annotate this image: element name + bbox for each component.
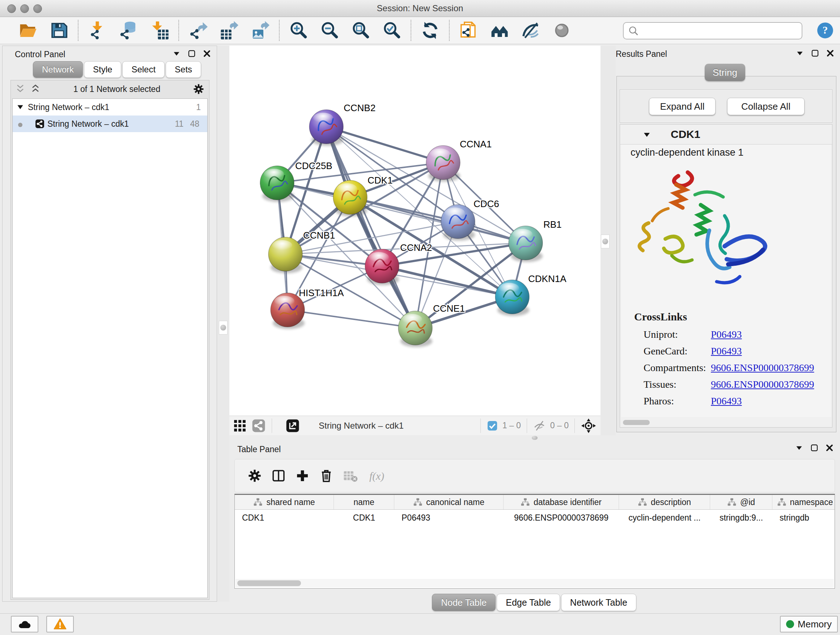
delete-column-trash-icon[interactable] [319,468,334,483]
network-node-CCNE1[interactable]: CCNE1 [398,303,465,347]
node-details-header[interactable]: CDK1 [620,125,832,144]
fit-selected-crosshair-icon[interactable] [581,418,596,433]
network-collection-row[interactable]: String Network – cdk1 1 [13,99,207,116]
left-splitter[interactable] [217,46,229,602]
table-hscroll-thumb[interactable] [237,580,301,586]
import-database-icon[interactable] [118,21,138,40]
table-cell[interactable]: CDK1 [235,513,334,523]
network-edge[interactable] [326,127,443,163]
network-svg[interactable]: CCNB2 CCNA1 CDC25B CDK1 CDC6 [229,46,600,416]
show-columns-icon[interactable] [271,468,286,483]
cloud-button[interactable] [11,616,38,632]
panel-menu-icon[interactable] [172,49,181,58]
crosslink-link[interactable]: 9606.ENSP00000378699 [711,362,814,374]
crosslink-link[interactable]: P06493 [711,395,742,407]
panel-close-icon[interactable] [825,443,834,453]
collapse-all-icon[interactable] [14,83,26,95]
tab-string[interactable]: String [705,64,745,81]
selected-checkbox-icon[interactable] [487,420,498,431]
crosslink-link[interactable]: P06493 [711,329,742,340]
zoom-in-icon[interactable] [289,21,308,40]
column-header-shared-name[interactable]: shared name [235,495,334,509]
panel-menu-icon[interactable] [795,49,805,58]
network-node-CCNB1[interactable]: CCNB1 [268,230,335,273]
network-node-CDK1[interactable]: CDK1 [333,175,393,217]
tree-expanded-icon[interactable] [16,103,25,112]
crosslink-link[interactable]: P06493 [711,345,742,357]
panel-close-icon[interactable] [826,49,835,58]
add-column-icon[interactable] [295,468,310,483]
import-network-icon[interactable] [88,21,107,40]
import-table-icon[interactable] [150,21,169,40]
open-session-icon[interactable] [18,21,38,40]
network-edge[interactable] [350,197,526,243]
column-header-database-identifier[interactable]: database identifier [504,495,619,509]
tab-network-table[interactable]: Network Table [561,594,636,611]
refresh-icon[interactable] [420,21,440,40]
table-settings-gear-icon[interactable] [247,468,262,483]
save-session-icon[interactable] [49,21,69,40]
network-edge[interactable] [287,310,415,328]
zoom-fit-icon[interactable] [351,21,370,40]
column-header-namespace[interactable]: namespace [772,495,835,509]
share-document-icon[interactable] [459,21,478,40]
right-splitter-handle[interactable] [601,234,609,249]
section-expanded-icon[interactable] [643,130,651,139]
search-input[interactable] [639,24,802,38]
collapse-all-button[interactable]: Collapse All [727,98,805,115]
table-hscrollbar[interactable] [235,579,834,587]
zoom-selected-icon[interactable] [382,21,401,40]
expand-all-icon[interactable] [30,83,41,95]
panel-menu-icon[interactable] [794,443,804,453]
grid-view-icon[interactable] [233,419,247,432]
crosslink-link[interactable]: 9606.ENSP00000378699 [711,379,814,390]
tab-style[interactable]: Style [84,61,121,78]
zoom-out-icon[interactable] [320,21,339,40]
right-splitter[interactable] [600,46,616,440]
tab-node-table[interactable]: Node Table [432,594,496,611]
column-header-description[interactable]: description [619,495,710,509]
panel-float-icon[interactable] [187,49,196,58]
column-header--id[interactable]: @id [710,495,772,509]
column-header-name[interactable]: name [334,495,394,509]
table-cell[interactable]: stringdb:9... [710,513,772,523]
table-cell[interactable]: stringdb [772,513,835,523]
results-hscroll-thumb[interactable] [623,420,650,425]
memory-button[interactable]: Memory [780,616,838,632]
table-cell[interactable]: P06493 [394,513,504,523]
table-cell[interactable]: cyclin-dependent ... [619,513,710,523]
search-box[interactable] [623,22,802,40]
network-row[interactable]: String Network – cdk1 11 48 [13,116,207,132]
table-row[interactable]: CDK1CDK1P064939606.ENSP00000378699cyclin… [235,510,835,526]
panel-float-icon[interactable] [810,49,820,58]
hide-panels-icon[interactable] [521,21,540,40]
help-button[interactable]: ? [816,21,834,40]
hidden-eye-slash-icon[interactable] [533,420,546,432]
network-node-CCNA1[interactable]: CCNA1 [426,139,492,182]
home-icon[interactable] [490,21,509,40]
horizontal-splitter-handle[interactable] [532,436,538,440]
network-node-HIST1H1A[interactable]: HIST1H1A [271,287,344,329]
export-table-icon[interactable] [219,21,239,40]
table-cell[interactable]: CDK1 [334,513,394,523]
network-canvas[interactable]: CCNB2 CCNA1 CDC25B CDK1 CDC6 [229,46,600,416]
birdseye-view-icon[interactable] [286,419,300,432]
tab-edge-table[interactable]: Edge Table [497,594,560,611]
export-network-icon[interactable] [188,21,208,40]
left-splitter-handle[interactable] [219,321,227,334]
preview-eye-icon[interactable] [552,21,572,40]
column-header-canonical-name[interactable]: canonical name [394,495,504,509]
network-share-badge-icon[interactable] [252,419,265,432]
panel-close-icon[interactable] [202,49,212,58]
export-image-icon[interactable] [250,21,270,40]
network-node-RB1[interactable]: RB1 [508,219,562,262]
network-options-gear-icon[interactable] [193,83,205,95]
panel-float-icon[interactable] [810,443,819,453]
tab-sets[interactable]: Sets [166,61,201,78]
tab-select[interactable]: Select [122,61,164,78]
expand-all-button[interactable]: Expand All [649,98,715,115]
network-node-CDKN1A[interactable]: CDKN1A [495,273,567,316]
table-cell[interactable]: 9606.ENSP00000378699 [504,513,619,523]
tab-network[interactable]: Network [33,61,83,78]
warnings-button[interactable] [46,616,74,632]
